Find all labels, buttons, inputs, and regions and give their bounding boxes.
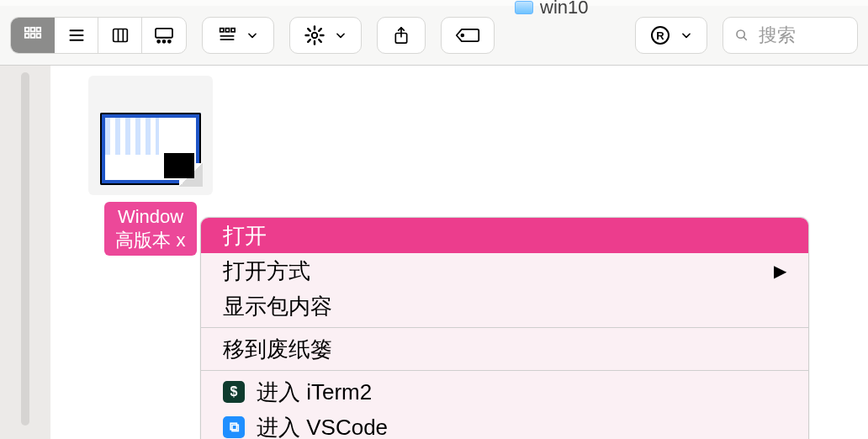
svg-text:R: R <box>656 29 664 42</box>
view-column-button[interactable] <box>98 18 142 53</box>
share-button[interactable] <box>377 17 426 54</box>
file-name-line1: Window <box>118 206 183 227</box>
svg-rect-2 <box>37 28 41 32</box>
view-icon-button[interactable] <box>11 18 55 53</box>
submenu-arrow-icon: ▶ <box>774 261 786 281</box>
svg-line-26 <box>308 29 310 31</box>
svg-point-15 <box>168 40 171 43</box>
group-by-button[interactable] <box>202 17 274 54</box>
svg-rect-3 <box>25 34 29 38</box>
recent-button[interactable]: R <box>635 17 707 54</box>
menu-separator <box>201 327 808 328</box>
window-title: win10 <box>515 0 588 19</box>
chevron-down-icon <box>246 29 258 41</box>
search-input[interactable] <box>757 24 845 47</box>
file-name-line2: 高版本 x <box>115 230 185 251</box>
chevron-down-icon <box>335 29 347 41</box>
toolbar: R <box>0 6 868 66</box>
view-list-button[interactable] <box>55 18 98 53</box>
content-area: Window 高版本 x 打开 打开方式 ▶ 显示包内容 移到废纸篓 $ <box>0 66 868 439</box>
menu-item-vscode[interactable]: ⧉ 进入 VSCode <box>201 410 808 439</box>
svg-rect-4 <box>31 34 35 38</box>
tag-icon <box>455 27 480 44</box>
folder-icon <box>515 1 533 14</box>
file-item[interactable]: Window 高版本 x <box>87 76 214 256</box>
file-thumbnail <box>88 76 213 195</box>
iterm-icon: $ <box>223 381 245 403</box>
svg-point-14 <box>163 40 166 43</box>
svg-point-13 <box>157 40 160 43</box>
list-icon <box>67 27 86 44</box>
svg-rect-0 <box>25 28 29 32</box>
scroll-handle[interactable] <box>21 72 29 426</box>
menu-item-open[interactable]: 打开 <box>201 218 808 253</box>
tags-button[interactable] <box>441 17 495 54</box>
menu-item-trash[interactable]: 移到废纸篓 <box>201 331 808 367</box>
sidebar-gutter <box>0 66 50 439</box>
windows-screenshot-icon <box>100 113 201 185</box>
view-gallery-button[interactable] <box>142 18 186 53</box>
svg-rect-18 <box>231 29 235 32</box>
svg-line-36 <box>744 37 746 40</box>
svg-rect-5 <box>37 34 41 38</box>
svg-rect-12 <box>156 29 172 38</box>
gallery-icon <box>154 27 174 44</box>
titlebar: win10 <box>0 0 868 6</box>
file-label: Window 高版本 x <box>104 202 197 256</box>
svg-rect-16 <box>220 29 224 32</box>
svg-rect-17 <box>225 29 229 32</box>
columns-icon <box>111 27 130 44</box>
context-menu: 打开 打开方式 ▶ 显示包内容 移到废纸篓 $ 进入 iTerm2 ⧉ 进入 V… <box>200 217 809 439</box>
menu-item-iterm[interactable]: $ 进入 iTerm2 <box>201 374 808 410</box>
menu-item-open-with[interactable]: 打开方式 ▶ <box>201 253 808 288</box>
vscode-icon: ⧉ <box>223 416 245 438</box>
window-folder-name: win10 <box>540 0 588 19</box>
svg-point-32 <box>461 34 463 37</box>
grid-icon <box>24 26 42 45</box>
svg-line-28 <box>319 29 321 31</box>
share-icon <box>393 25 410 45</box>
menu-separator <box>201 370 808 371</box>
gear-icon <box>304 25 325 45</box>
registered-icon: R <box>650 25 670 45</box>
svg-line-29 <box>308 40 310 42</box>
svg-rect-1 <box>31 28 35 32</box>
svg-line-27 <box>319 40 321 42</box>
chevron-down-icon <box>680 29 692 41</box>
svg-point-21 <box>312 33 317 38</box>
search-field[interactable] <box>722 17 858 54</box>
svg-rect-9 <box>113 29 127 42</box>
view-mode-segment <box>10 17 187 54</box>
file-canvas[interactable]: Window 高版本 x 打开 打开方式 ▶ 显示包内容 移到废纸篓 $ <box>50 66 868 439</box>
search-icon <box>735 27 749 44</box>
action-button[interactable] <box>289 17 362 54</box>
group-icon <box>218 27 236 44</box>
menu-item-show-package[interactable]: 显示包内容 <box>201 288 808 324</box>
